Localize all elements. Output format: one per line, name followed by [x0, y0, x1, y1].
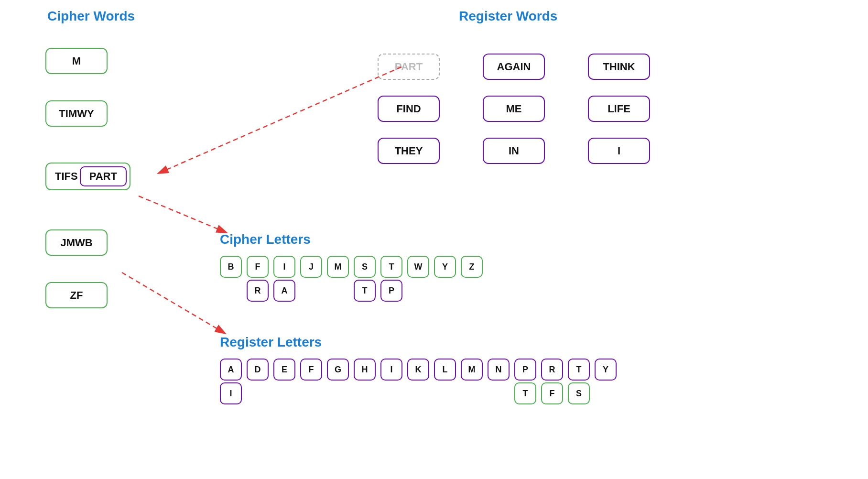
register-word-in[interactable]: IN	[483, 138, 545, 164]
cipher-letter-s[interactable]: S	[354, 256, 376, 278]
cipher-letters-container: B F R I A J M S T T	[220, 256, 483, 302]
cipher-letter-j[interactable]: J	[300, 256, 322, 278]
register-letter-a[interactable]: A	[220, 359, 242, 381]
register-letter-k[interactable]: K	[407, 359, 429, 381]
register-letter-t-sub[interactable]: T	[514, 382, 536, 404]
cipher-letter-i[interactable]: I	[273, 256, 295, 278]
cipher-letter-t[interactable]: T	[380, 256, 402, 278]
register-letter-f[interactable]: F	[300, 359, 322, 381]
cipher-letter-m[interactable]: M	[327, 256, 349, 278]
arrow-tifs-to-cipher-letters	[139, 196, 227, 233]
register-letter-e[interactable]: E	[273, 359, 295, 381]
register-letter-d[interactable]: D	[247, 359, 269, 381]
register-letters-container: A I D E F G H I K L M N P T	[220, 359, 617, 404]
register-word-find[interactable]: FIND	[378, 96, 440, 122]
cipher-letters-title: Cipher Letters	[220, 232, 311, 247]
register-letter-t-stack: T S	[568, 359, 590, 404]
cipher-word-tifs-part[interactable]: TIFS PART	[45, 163, 130, 190]
register-word-life[interactable]: LIFE	[588, 96, 650, 122]
cipher-letter-b[interactable]: B	[220, 256, 242, 278]
cipher-letter-z[interactable]: Z	[461, 256, 483, 278]
cipher-letter-r[interactable]: R	[247, 280, 269, 302]
register-letter-h[interactable]: H	[354, 359, 376, 381]
register-letter-i-sub[interactable]: I	[220, 382, 242, 404]
register-word-me[interactable]: ME	[483, 96, 545, 122]
register-letter-f-sub[interactable]: F	[541, 382, 563, 404]
register-letter-i[interactable]: I	[380, 359, 402, 381]
cipher-letter-t-stack: T P	[380, 256, 402, 302]
arrow-zf-to-register-letters	[122, 272, 226, 334]
register-letters-title: Register Letters	[220, 335, 322, 350]
register-letter-t[interactable]: T	[568, 359, 590, 381]
cipher-word-jmwb[interactable]: JMWB	[45, 229, 108, 256]
cipher-letter-s-stack: S T	[354, 256, 376, 302]
register-word-think[interactable]: THINK	[588, 54, 650, 80]
register-word-part-placeholder[interactable]: PART	[378, 54, 440, 80]
cipher-word-zf[interactable]: ZF	[45, 282, 108, 308]
cipher-letter-f-stack: F R	[247, 256, 269, 302]
cipher-letter-w[interactable]: W	[407, 256, 429, 278]
register-letter-s-sub[interactable]: S	[568, 382, 590, 404]
cipher-letter-t-sub[interactable]: T	[354, 280, 376, 302]
cipher-word-timwy[interactable]: TIMWY	[45, 100, 108, 127]
register-words-title: Register Words	[459, 9, 557, 24]
register-word-again[interactable]: AGAIN	[483, 54, 545, 80]
cipher-letter-y[interactable]: Y	[434, 256, 456, 278]
register-word-i[interactable]: I	[588, 138, 650, 164]
register-letter-r-stack: R F	[541, 359, 563, 404]
register-letter-r[interactable]: R	[541, 359, 563, 381]
tifs-text: TIFS	[55, 170, 78, 183]
register-letter-g[interactable]: G	[327, 359, 349, 381]
register-letter-a-stack: A I	[220, 359, 242, 404]
register-word-they[interactable]: THEY	[378, 138, 440, 164]
cipher-word-m[interactable]: M	[45, 48, 108, 74]
register-letter-y[interactable]: Y	[595, 359, 617, 381]
register-letter-n[interactable]: N	[488, 359, 510, 381]
cipher-letter-a[interactable]: A	[273, 280, 295, 302]
arrow-part-to-tifs	[158, 67, 401, 174]
cipher-letter-p-sub[interactable]: P	[380, 280, 402, 302]
register-letter-p[interactable]: P	[514, 359, 536, 381]
cipher-letter-i-stack: I A	[273, 256, 295, 302]
register-letter-l[interactable]: L	[434, 359, 456, 381]
cipher-words-title: Cipher Words	[47, 9, 135, 24]
register-letter-p-stack: P T	[514, 359, 536, 404]
part-inner-word: PART	[80, 166, 127, 186]
cipher-letter-f[interactable]: F	[247, 256, 269, 278]
register-letter-m[interactable]: M	[461, 359, 483, 381]
